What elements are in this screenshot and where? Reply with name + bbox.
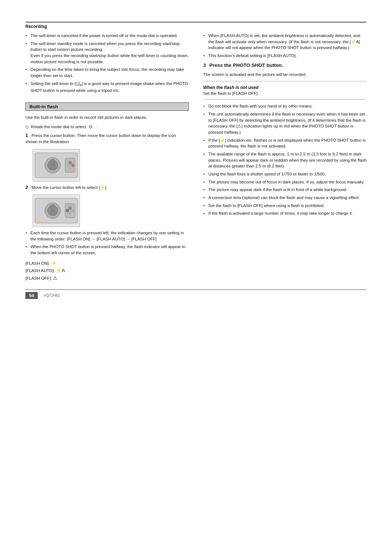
divider-1 xyxy=(203,81,367,81)
svg-point-18 xyxy=(68,206,72,210)
flash-labels: [FLASH ON]: ⚡ [FLASH AUTO]: ⚡A [FLASH OF… xyxy=(25,260,189,282)
list-item: The self-timer standby mode is canceled … xyxy=(25,41,189,65)
divider-2 xyxy=(203,99,367,100)
step-3-number: 3 xyxy=(203,62,206,68)
mode-dial-icon: ⛭ xyxy=(88,124,93,130)
step-2: 2 Move the cursor button left to select … xyxy=(25,185,189,191)
step-3-subtext: The screen is activated and the picture … xyxy=(203,72,367,78)
step-2-bullets: Each time the cursor button is pressed l… xyxy=(25,230,189,256)
intro-bullets: The self-timer is canceled if the power … xyxy=(25,33,189,94)
list-item: The picture may become out of focus in d… xyxy=(203,179,367,185)
when-flash-subtext: Set the flash to [FLASH OFF]. xyxy=(203,91,367,96)
step-1-text: Press the cursor button. Then move the c… xyxy=(25,133,176,144)
model-number: VQT1H62 xyxy=(44,293,60,297)
step-3: 3 Press the PHOTO SHOT button. xyxy=(203,62,367,68)
list-item: Using the flash fixes a shutter speed of… xyxy=(203,171,367,177)
list-item: Set the flash to [FLASH OFF] where using… xyxy=(203,203,367,209)
svg-point-4 xyxy=(50,159,56,165)
flash-auto-label: [FLASH AUTO]: xyxy=(25,268,55,273)
list-item: When [FLASH AUTO] is set, the ambient br… xyxy=(203,33,367,51)
when-flash-bullets: Do not block the flash with your hand or… xyxy=(203,103,367,216)
flash-on-symbol: ⚡ xyxy=(51,260,57,266)
svg-point-8 xyxy=(69,167,71,169)
step-1: 1 Press the cursor button. Then move the… xyxy=(25,133,189,145)
svg-point-15 xyxy=(50,204,56,210)
flash-auto-symbol: ⚡A xyxy=(56,268,65,273)
list-item: Setting the self-timer to [◲2] is a good… xyxy=(25,81,189,94)
section-header: Recording xyxy=(25,22,367,29)
builtin-flash-heading: Built-in flash xyxy=(25,102,189,111)
camera-illustration-2: ⚡ xyxy=(33,194,80,227)
flash-on-label: [FLASH ON]: xyxy=(25,261,50,266)
list-item: When the PHOTO SHOT button is pressed ha… xyxy=(25,244,189,256)
section-label: Recording xyxy=(25,24,47,29)
svg-point-10 xyxy=(72,164,74,166)
svg-point-9 xyxy=(66,164,68,166)
list-item: The available range of the flash is appr… xyxy=(203,151,367,169)
list-item: This function's default setting is [FLAS… xyxy=(203,53,367,59)
step-1-number: 1 xyxy=(25,133,28,138)
list-item: The self-timer is canceled if the power … xyxy=(25,33,189,39)
list-item: If the [⚡] indication etc. flashes or is… xyxy=(203,137,367,149)
left-column: The self-timer is canceled if the power … xyxy=(25,33,189,282)
step-2-number: 2 xyxy=(25,185,28,190)
bottom-bar: 54 VQT1H62 xyxy=(25,289,367,299)
svg-point-7 xyxy=(68,161,72,165)
step-3-heading: Press the PHOTO SHOT button. xyxy=(209,62,283,68)
flash-off-symbol: ⚠ xyxy=(53,275,57,281)
svg-point-20 xyxy=(66,210,68,212)
flash-off-label: [FLASH OFF]: xyxy=(25,276,52,280)
flash-auto-row: [FLASH AUTO]: ⚡A xyxy=(25,267,189,275)
svg-rect-16 xyxy=(50,210,56,215)
list-item: Do not block the flash with your hand or… xyxy=(203,103,367,109)
list-item: Depending on the time taken to bring the… xyxy=(25,66,189,78)
diamond-icon: ◇ xyxy=(25,124,29,129)
right-column: When [FLASH AUTO] is set, the ambient br… xyxy=(203,33,367,282)
camera-illustration-1 xyxy=(33,149,80,182)
when-flash-heading: When the flash is not used xyxy=(203,85,367,90)
step-2-text: Move the cursor button left to select [⚡… xyxy=(32,185,107,190)
page: Recording The self-timer is canceled if … xyxy=(0,0,392,555)
page-number: 54 xyxy=(25,292,38,299)
list-item: The unit automatically determines if the… xyxy=(203,111,367,135)
list-item: Each time the cursor button is pressed l… xyxy=(25,230,189,242)
svg-rect-5 xyxy=(50,165,56,170)
list-item: A conversion lens (optional) can block t… xyxy=(203,195,367,201)
flash-off-row: [FLASH OFF]: ⚠ xyxy=(25,275,189,282)
right-intro-bullets: When [FLASH AUTO] is set, the ambient br… xyxy=(203,33,367,59)
section-subtitle: Use the built-in flash in order to recor… xyxy=(25,114,189,121)
rotate-instruction: ◇ Rotate the mode dial to select ⛭ . xyxy=(25,124,189,130)
svg-point-21 xyxy=(72,210,74,212)
svg-point-19 xyxy=(69,212,71,214)
two-col-layout: The self-timer is canceled if the power … xyxy=(25,33,367,282)
list-item: The picture may appear dark if the flash… xyxy=(203,187,367,193)
svg-text:⚡: ⚡ xyxy=(37,219,41,223)
flash-on-row: [FLASH ON]: ⚡ xyxy=(25,260,189,267)
list-item: If the flash is activated a large number… xyxy=(203,210,367,216)
